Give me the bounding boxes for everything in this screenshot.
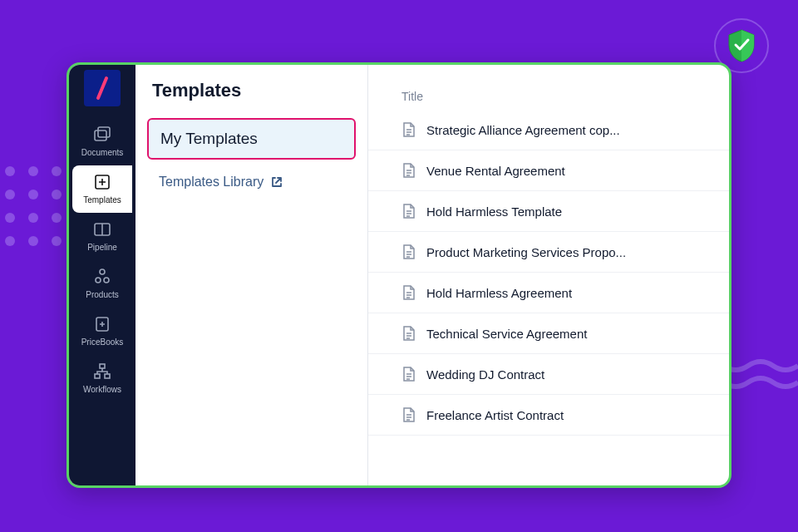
panel-title: Templates	[147, 80, 356, 101]
svg-rect-1	[98, 127, 110, 137]
table-row[interactable]: Product Marketing Services Propo...	[368, 232, 729, 273]
svg-point-4	[100, 269, 105, 274]
row-title: Technical Service Agreement	[426, 327, 587, 341]
svg-rect-9	[95, 374, 100, 378]
nav-label: Products	[86, 290, 118, 299]
documents-icon	[92, 125, 112, 145]
table-row[interactable]: Venue Rental Agreement	[368, 150, 729, 191]
row-title: Product Marketing Services Propo...	[426, 245, 626, 259]
row-title: Hold Harmless Agreement	[426, 286, 572, 300]
sidebar-item-pricebooks[interactable]: PriceBooks	[72, 308, 132, 355]
document-icon	[401, 284, 416, 301]
pipeline-icon	[92, 219, 112, 239]
nav-label: Documents	[81, 148, 124, 157]
row-title: Freelance Artist Contract	[426, 408, 564, 422]
pricebooks-icon	[92, 314, 112, 334]
templates-library-label: Templates Library	[159, 175, 264, 190]
sidebar-item-templates[interactable]: Templates	[72, 165, 132, 213]
document-icon	[401, 325, 416, 342]
shield-icon	[726, 28, 757, 63]
document-icon	[401, 406, 416, 423]
sidebar-item-workflows[interactable]: Workflows	[72, 355, 132, 402]
table-row[interactable]: Hold Harmless Template	[368, 191, 729, 232]
row-title: Hold Harmless Template	[426, 204, 562, 219]
app-window: Documents Templates Pipeline Products	[66, 62, 732, 488]
svg-point-5	[96, 278, 101, 283]
document-icon	[401, 244, 416, 260]
sidebar-item-pipeline[interactable]: Pipeline	[72, 213, 132, 260]
document-icon	[401, 162, 416, 179]
row-title: Wedding DJ Contract	[426, 367, 544, 382]
document-icon	[401, 121, 416, 138]
svg-rect-0	[95, 131, 106, 140]
external-link-icon	[270, 175, 283, 189]
svg-rect-8	[100, 364, 105, 368]
templates-panel: Templates My Templates Templates Library	[135, 65, 368, 485]
nav-label: Templates	[83, 195, 121, 204]
svg-rect-10	[105, 374, 110, 378]
nav-label: PriceBooks	[81, 337, 124, 347]
row-title: Venue Rental Agreement	[426, 164, 565, 178]
my-templates-button[interactable]: My Templates	[147, 118, 356, 160]
sidebar-item-documents[interactable]: Documents	[72, 118, 132, 165]
table-row[interactable]: Hold Harmless Agreement	[368, 273, 729, 313]
table-row[interactable]: Technical Service Agreement	[368, 313, 729, 354]
app-logo	[84, 70, 121, 106]
sidebar: Documents Templates Pipeline Products	[69, 65, 135, 485]
document-icon	[401, 366, 416, 382]
nav-label: Workflows	[83, 385, 121, 394]
row-title: Strategic Alliance Agreement cop...	[426, 123, 620, 137]
logo-slash-icon	[90, 76, 115, 101]
nav-label: Pipeline	[87, 243, 117, 252]
templates-table: Title Strategic Alliance Agreement cop..…	[368, 65, 729, 485]
products-icon	[92, 267, 112, 287]
document-icon	[401, 203, 416, 219]
templates-icon	[92, 172, 112, 192]
table-row[interactable]: Wedding DJ Contract	[368, 354, 729, 395]
sidebar-item-products[interactable]: Products	[72, 260, 132, 308]
table-row[interactable]: Freelance Artist Contract	[368, 395, 729, 436]
templates-library-link[interactable]: Templates Library	[147, 166, 356, 198]
table-row[interactable]: Strategic Alliance Agreement cop...	[368, 110, 729, 150]
my-templates-label: My Templates	[160, 130, 258, 147]
column-header-title: Title	[368, 65, 729, 110]
svg-point-6	[104, 278, 109, 283]
workflows-icon	[92, 362, 112, 382]
